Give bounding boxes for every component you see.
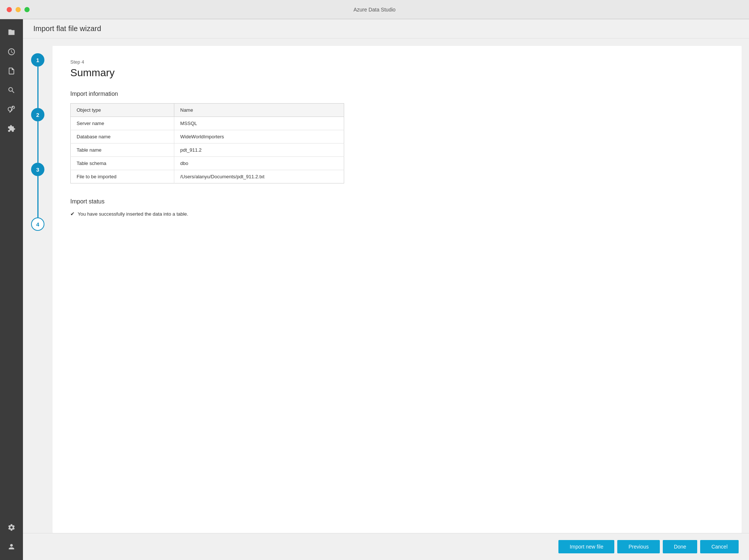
step-4: 4 <box>31 217 44 231</box>
step-1: 1 <box>31 53 44 108</box>
step-circle-3: 3 <box>31 163 44 176</box>
step-circle-1: 1 <box>31 53 44 67</box>
step-line-2-3 <box>37 121 38 163</box>
import-information-title: Import information <box>70 91 724 97</box>
step-circle-4: 4 <box>31 217 44 231</box>
done-button[interactable]: Done <box>663 540 697 553</box>
content-area: Import flat file wizard 1 2 3 4 <box>23 19 749 560</box>
table-cell-name: dbo <box>174 157 344 170</box>
sidebar-icon-settings[interactable] <box>0 518 23 537</box>
status-message: ✔ You have successfully inserted the dat… <box>70 211 724 217</box>
page-title: Import flat file wizard <box>33 24 739 33</box>
table-row: Database nameWideWorldImporters <box>71 130 344 144</box>
sidebar-icon-account[interactable] <box>0 537 23 556</box>
sidebar-icon-history[interactable] <box>0 42 23 61</box>
window-controls <box>7 7 30 12</box>
status-check-icon: ✔ <box>70 211 75 217</box>
table-cell-object-type: File to be imported <box>71 170 174 183</box>
table-cell-object-type: Table schema <box>71 157 174 170</box>
table-cell-name: MSSQL <box>174 117 344 130</box>
table-cell-object-type: Table name <box>71 144 174 157</box>
maximize-button[interactable] <box>24 7 30 12</box>
summary-title: Summary <box>70 67 724 79</box>
step-circle-2: 2 <box>31 108 44 121</box>
sidebar <box>0 19 23 560</box>
app-body: Import flat file wizard 1 2 3 4 <box>0 19 749 560</box>
step-line-3-4 <box>37 176 38 217</box>
table-row: Table schemadbo <box>71 157 344 170</box>
wizard-panel: Step 4 Summary Import information Object… <box>53 46 742 533</box>
table-cell-name: /Users/alanyu/Documents/pdt_911.2.txt <box>174 170 344 183</box>
main-content: 1 2 3 4 Step 4 Summary <box>23 38 749 533</box>
table-cell-name: WideWorldImporters <box>174 130 344 144</box>
table-cell-name: pdt_911.2 <box>174 144 344 157</box>
previous-button[interactable]: Previous <box>617 540 659 553</box>
table-cell-object-type: Database name <box>71 130 174 144</box>
step-label: Step 4 <box>70 59 724 65</box>
footer: Import new file Previous Done Cancel <box>23 533 749 560</box>
steps-panel: 1 2 3 4 <box>23 38 53 533</box>
header-bar: Import flat file wizard <box>23 19 749 38</box>
step-line-1-2 <box>37 67 38 108</box>
table-header-object-type: Object type <box>71 104 174 117</box>
sidebar-icon-git[interactable] <box>0 100 23 119</box>
window-title: Azure Data Studio <box>353 7 396 13</box>
titlebar: Azure Data Studio <box>0 0 749 19</box>
import-new-file-button[interactable]: Import new file <box>558 540 614 553</box>
table-header-name: Name <box>174 104 344 117</box>
sidebar-bottom <box>0 518 23 560</box>
cancel-button[interactable]: Cancel <box>700 540 739 553</box>
sidebar-icon-search[interactable] <box>0 81 23 100</box>
status-message-text: You have successfully inserted the data … <box>78 211 188 217</box>
close-button[interactable] <box>7 7 12 12</box>
table-cell-object-type: Server name <box>71 117 174 130</box>
sidebar-icon-files[interactable] <box>0 23 23 42</box>
import-status-section: Import status ✔ You have successfully in… <box>70 198 724 217</box>
minimize-button[interactable] <box>16 7 21 12</box>
table-row: File to be imported/Users/alanyu/Documen… <box>71 170 344 183</box>
table-row: Server nameMSSQL <box>71 117 344 130</box>
step-2: 2 <box>31 108 44 163</box>
sidebar-icon-document[interactable] <box>0 61 23 81</box>
import-information-table: Object type Name Server nameMSSQLDatabas… <box>70 103 344 183</box>
sidebar-icon-extensions[interactable] <box>0 119 23 138</box>
table-row: Table namepdt_911.2 <box>71 144 344 157</box>
step-3: 3 <box>31 163 44 217</box>
import-status-title: Import status <box>70 198 724 205</box>
